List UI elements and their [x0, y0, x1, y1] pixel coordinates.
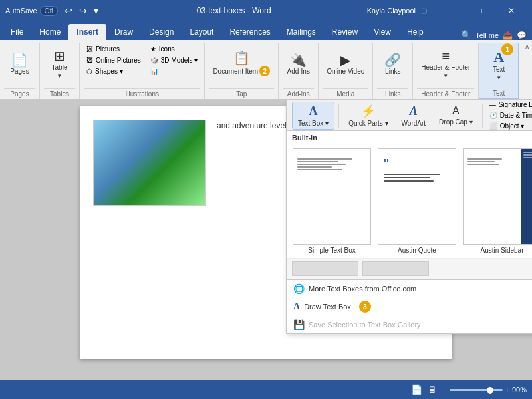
gallery: Simple Text Box " Austin Quote	[287, 144, 532, 258]
text-button[interactable]: A Text ▾ 1	[487, 46, 511, 86]
gallery-thumb-simple	[293, 148, 371, 245]
header-footer-button[interactable]: ≡ Header & Footer ▾	[417, 44, 474, 84]
online-video-button[interactable]: ▶ Online Video	[323, 44, 368, 84]
document-item-label: Document Item	[213, 68, 258, 75]
gallery-item-austin-quote[interactable]: " Austin Quote	[377, 148, 457, 254]
title-bar-left: AutoSave Off ↩ ↪ ▾	[5, 4, 101, 17]
addins-label: Add-Ins	[287, 68, 309, 75]
badge-2: 2	[259, 66, 270, 76]
3d-models-button[interactable]: 🎲 3D Models ▾	[148, 55, 201, 65]
icons-icon: ★	[150, 45, 156, 53]
gallery-item-austin-sidebar[interactable]: Austin Sidebar	[462, 148, 532, 254]
draw-textbox-link[interactable]: A Draw Text Box 3	[287, 297, 532, 316]
signature-line-button[interactable]: — Signature Line ▾	[487, 100, 532, 109]
gallery-thumb-sidebar	[463, 148, 532, 245]
tab-home[interactable]: Home	[31, 24, 68, 40]
status-bar: 📄 🖥 − + 90%	[0, 380, 532, 399]
links-group-label: Links	[377, 88, 408, 99]
gallery-item-simple-textbox[interactable]: Simple Text Box	[292, 148, 372, 254]
view-web-icon[interactable]: 🖥	[428, 384, 437, 395]
minimize-button[interactable]: ─	[432, 0, 463, 21]
tell-me[interactable]: Tell me	[475, 31, 499, 39]
ribbon-collapse-button[interactable]: ∧	[525, 43, 529, 50]
tab-mailings[interactable]: Mailings	[279, 24, 324, 40]
share-icon[interactable]: 📤	[503, 31, 513, 40]
quote-line-1	[384, 174, 440, 175]
addins-button[interactable]: 🔌 Add-Ins	[283, 44, 313, 84]
view-normal-icon[interactable]: 📄	[411, 384, 422, 395]
quote-line-3	[384, 180, 434, 182]
tab-review[interactable]: Review	[324, 24, 366, 40]
quickparts-icon: ⚡	[361, 104, 376, 118]
object-icon: ⬜	[489, 122, 497, 130]
autosave-toggle[interactable]: Off	[40, 6, 58, 16]
document-item-button[interactable]: 📋 Document Item 2	[209, 44, 274, 84]
smartart-button[interactable]: 📊	[148, 66, 201, 76]
sb-line-2	[523, 154, 532, 156]
quickparts-dropdown-button[interactable]: ⚡ Quick Parts ▾	[343, 102, 393, 129]
toolbar-separator-2	[482, 104, 483, 128]
links-button[interactable]: 🔗 Links	[380, 44, 405, 84]
window-controls: ─ □ ✕	[432, 0, 527, 21]
line-3	[297, 164, 346, 165]
restore-button[interactable]: □	[464, 0, 495, 21]
pages-button[interactable]: 📄 Pages	[6, 44, 33, 84]
zoom-slider[interactable]	[450, 389, 503, 391]
ribbon-group-pages: 📄 Pages Pages	[0, 43, 40, 99]
shapes-button[interactable]: ⬡ Shapes ▾	[84, 66, 144, 76]
search-icon[interactable]: 🔍	[461, 30, 471, 40]
sb-line-3	[523, 157, 532, 158]
austin-sidebar-label: Austin Sidebar	[480, 247, 523, 254]
tab-insert[interactable]: Insert	[68, 24, 106, 40]
online-pictures-button[interactable]: 🖼 Online Pictures	[84, 55, 144, 65]
dropcap-icon: A	[452, 105, 460, 117]
header-footer-group-label: Header & Footer	[417, 88, 474, 99]
close-button[interactable]: ✕	[496, 0, 527, 21]
user-name: Kayla Claypool	[367, 7, 416, 15]
customize-qat-button[interactable]: ▾	[91, 4, 101, 17]
built-in-label: Built-in	[287, 131, 532, 144]
zoom-minus-button[interactable]: −	[442, 386, 446, 394]
save-selection-link: 💾 Save Selection to Text Box Gallery	[287, 316, 532, 333]
save-selection-icon: 💾	[293, 319, 305, 330]
tab-design[interactable]: Design	[141, 24, 182, 40]
quote-line-2	[384, 177, 430, 178]
undo-button[interactable]: ↩	[62, 4, 75, 17]
date-time-button[interactable]: 🕐 Date & Time	[487, 111, 532, 120]
wordart-button[interactable]: A WordArt	[396, 102, 432, 129]
tab-help[interactable]: Help	[399, 24, 432, 40]
icons-button[interactable]: ★ Icons	[148, 44, 201, 54]
title-bar-right: Kayla Claypool ⊡ ─ □ ✕	[367, 0, 527, 21]
more-textboxes-link[interactable]: 🌐 More Text Boxes from Office.com ▶	[287, 280, 532, 297]
online-pictures-icon: 🖼	[86, 57, 93, 64]
tab-view[interactable]: View	[366, 24, 399, 40]
quote-content: "	[382, 153, 452, 186]
addins-group-label: Add-ins	[283, 88, 314, 99]
comments-icon[interactable]: 💬	[517, 31, 527, 40]
dropcap-button[interactable]: A Drop Cap ▾	[434, 103, 478, 128]
textbox-dropdown-button[interactable]: A Text Box ▾	[292, 102, 334, 130]
3d-models-label: 3D Models ▾	[161, 57, 198, 64]
gallery-thumb-quote: "	[378, 148, 456, 245]
pictures-button[interactable]: 🖼 Pictures	[84, 44, 144, 54]
object-button[interactable]: ⬜ Object ▾	[487, 122, 532, 130]
zoom-plus-button[interactable]: +	[505, 386, 509, 394]
line-5	[297, 169, 342, 170]
tab-draw[interactable]: Draw	[106, 24, 141, 40]
document-item-icon: 📋	[233, 51, 250, 65]
redo-button[interactable]: ↪	[76, 4, 90, 17]
tab-layout[interactable]: Layout	[182, 24, 221, 40]
sidebar-element	[521, 149, 532, 244]
preview-thumb-1	[292, 261, 358, 276]
header-footer-dropdown-icon: ▾	[444, 72, 448, 79]
table-dropdown-icon: ▾	[58, 72, 61, 79]
date-time-icon: 🕐	[489, 112, 497, 119]
table-button[interactable]: ⊞ Table ▾	[48, 44, 72, 84]
links-icon: 🔗	[384, 53, 401, 66]
tab-file[interactable]: File	[3, 24, 31, 40]
ribbon-group-header-footer: ≡ Header & Footer ▾ Header & Footer	[413, 43, 479, 99]
zoom-level[interactable]: 90%	[512, 386, 527, 394]
tab-references[interactable]: References	[221, 24, 278, 40]
ribbon-display-icon[interactable]: ⊡	[421, 7, 427, 15]
icons-label: Icons	[159, 45, 175, 53]
